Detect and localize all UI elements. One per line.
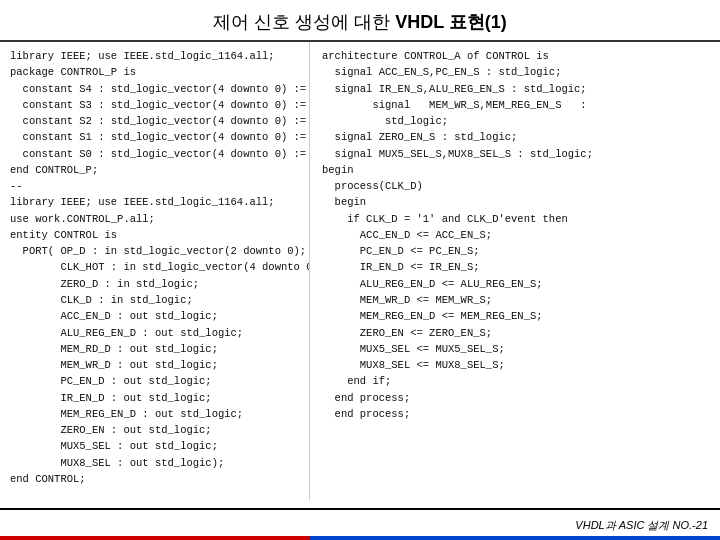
right-code: architecture CONTROL_A of CONTROL is sig… — [322, 48, 712, 406]
footer-right-bar — [310, 536, 720, 540]
right-code-end: end process; — [322, 406, 712, 422]
page-title: 제어 신호 생성에 대한 VHDL 표현(1) — [0, 10, 720, 34]
right-panel: architecture CONTROL_A of CONTROL is sig… — [310, 42, 720, 500]
main-content: library IEEE; use IEEE.std_logic_1164.al… — [0, 42, 720, 500]
page-header: 제어 신호 생성에 대한 VHDL 표현(1) — [0, 0, 720, 42]
left-code: library IEEE; use IEEE.std_logic_1164.al… — [10, 48, 301, 487]
title-prefix: 제어 신호 생성에 대한 — [213, 12, 395, 32]
footer: VHDL과 ASIC 설계 NO.-21 — [0, 508, 720, 540]
footer-text: VHDL과 ASIC 설계 NO.-21 — [575, 518, 708, 533]
title-bold: VHDL 표현(1) — [395, 12, 507, 32]
footer-left-bar — [0, 536, 310, 540]
left-panel: library IEEE; use IEEE.std_logic_1164.al… — [0, 42, 310, 500]
